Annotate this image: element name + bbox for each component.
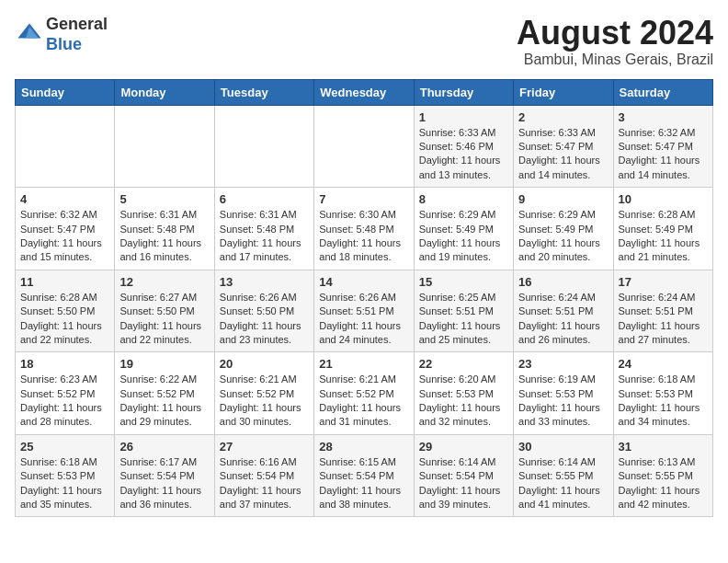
day-info: Daylight: 11 hours and 14 minutes.	[518, 154, 608, 182]
day-info: Sunrise: 6:32 AM	[20, 208, 109, 222]
header-cell-friday: Friday	[514, 79, 613, 105]
day-cell	[115, 105, 214, 188]
day-info: Sunset: 5:48 PM	[319, 223, 408, 236]
day-number: 3	[619, 110, 708, 124]
day-info: Sunset: 5:51 PM	[518, 304, 608, 318]
day-info: Sunrise: 6:27 AM	[119, 291, 209, 304]
day-info: Sunrise: 6:15 AM	[319, 455, 408, 469]
day-info: Sunset: 5:53 PM	[518, 387, 608, 401]
day-info: Sunrise: 6:30 AM	[319, 208, 408, 222]
day-info: Sunrise: 6:14 AM	[419, 455, 508, 469]
day-info: Daylight: 11 hours and 35 minutes.	[20, 484, 109, 512]
day-number: 30	[518, 440, 608, 454]
day-info: Daylight: 11 hours and 42 minutes.	[619, 484, 708, 512]
day-info: Sunset: 5:46 PM	[419, 140, 508, 154]
day-info: Sunrise: 6:33 AM	[419, 126, 508, 140]
day-cell: 13Sunrise: 6:26 AMSunset: 5:50 PMDayligh…	[214, 270, 313, 352]
day-info: Daylight: 11 hours and 17 minutes.	[220, 236, 309, 265]
day-info: Sunset: 5:51 PM	[619, 304, 708, 318]
day-info: Sunset: 5:53 PM	[20, 469, 109, 483]
day-number: 25	[20, 440, 109, 454]
day-info: Sunset: 5:50 PM	[220, 304, 309, 318]
day-number: 18	[20, 357, 109, 371]
day-cell: 17Sunrise: 6:24 AMSunset: 5:51 PMDayligh…	[613, 270, 712, 352]
day-info: Sunrise: 6:32 AM	[619, 126, 708, 140]
day-info: Sunset: 5:53 PM	[619, 387, 708, 401]
day-number: 1	[419, 110, 508, 124]
day-cell	[214, 105, 313, 188]
day-cell: 11Sunrise: 6:28 AMSunset: 5:50 PMDayligh…	[16, 270, 115, 352]
day-info: Sunset: 5:54 PM	[419, 469, 508, 483]
day-cell: 8Sunrise: 6:29 AMSunset: 5:49 PMDaylight…	[414, 188, 513, 270]
day-info: Sunset: 5:54 PM	[319, 469, 408, 483]
day-number: 12	[119, 275, 209, 289]
day-number: 4	[20, 192, 109, 206]
header-cell-thursday: Thursday	[414, 79, 513, 105]
day-info: Daylight: 11 hours and 26 minutes.	[518, 319, 608, 348]
day-cell: 21Sunrise: 6:21 AMSunset: 5:52 PMDayligh…	[314, 352, 414, 435]
day-info: Daylight: 11 hours and 19 minutes.	[419, 236, 508, 265]
day-info: Daylight: 11 hours and 22 minutes.	[119, 319, 209, 348]
day-cell	[314, 105, 414, 188]
week-row-4: 18Sunrise: 6:23 AMSunset: 5:52 PMDayligh…	[16, 352, 713, 435]
day-info: Daylight: 11 hours and 38 minutes.	[319, 484, 408, 512]
day-info: Sunrise: 6:29 AM	[518, 208, 608, 222]
day-number: 27	[220, 440, 309, 454]
day-cell: 12Sunrise: 6:27 AMSunset: 5:50 PMDayligh…	[115, 270, 214, 352]
day-info: Sunrise: 6:23 AM	[20, 373, 109, 386]
day-info: Sunrise: 6:24 AM	[518, 291, 608, 304]
day-cell: 27Sunrise: 6:16 AMSunset: 5:54 PMDayligh…	[214, 434, 313, 517]
day-info: Sunrise: 6:14 AM	[518, 455, 608, 469]
day-cell: 29Sunrise: 6:14 AMSunset: 5:54 PMDayligh…	[414, 434, 513, 517]
day-cell: 6Sunrise: 6:31 AMSunset: 5:48 PMDaylight…	[214, 188, 313, 270]
calendar-title: August 2024	[517, 15, 713, 52]
day-cell: 9Sunrise: 6:29 AMSunset: 5:49 PMDaylight…	[514, 188, 613, 270]
day-number: 14	[319, 275, 408, 289]
day-info: Sunset: 5:50 PM	[20, 304, 109, 318]
day-info: Daylight: 11 hours and 22 minutes.	[20, 319, 109, 348]
day-info: Sunset: 5:52 PM	[319, 387, 408, 401]
day-info: Sunset: 5:50 PM	[119, 304, 209, 318]
day-info: Daylight: 11 hours and 33 minutes.	[518, 401, 608, 430]
day-info: Sunset: 5:52 PM	[20, 387, 109, 401]
day-number: 26	[119, 440, 209, 454]
calendar-table: SundayMondayTuesdayWednesdayThursdayFrid…	[15, 79, 713, 518]
logo-blue: Blue	[46, 35, 82, 53]
day-info: Sunrise: 6:21 AM	[319, 373, 408, 386]
day-cell: 2Sunrise: 6:33 AMSunset: 5:47 PMDaylight…	[514, 105, 613, 188]
day-info: Daylight: 11 hours and 31 minutes.	[319, 401, 408, 430]
day-number: 5	[119, 192, 209, 206]
logo-general: General	[46, 15, 108, 33]
day-info: Sunrise: 6:33 AM	[518, 126, 608, 140]
day-cell: 15Sunrise: 6:25 AMSunset: 5:51 PMDayligh…	[414, 270, 513, 352]
day-cell	[16, 105, 115, 188]
day-number: 6	[220, 192, 309, 206]
day-cell: 7Sunrise: 6:30 AMSunset: 5:48 PMDaylight…	[314, 188, 414, 270]
day-info: Sunrise: 6:19 AM	[518, 373, 608, 386]
day-info: Daylight: 11 hours and 37 minutes.	[220, 484, 309, 512]
day-cell: 30Sunrise: 6:14 AMSunset: 5:55 PMDayligh…	[514, 434, 613, 517]
day-info: Sunrise: 6:20 AM	[419, 373, 508, 386]
page-container: General Blue August 2024 Bambui, Minas G…	[0, 0, 728, 526]
day-info: Sunrise: 6:25 AM	[419, 291, 508, 304]
day-cell: 20Sunrise: 6:21 AMSunset: 5:52 PMDayligh…	[214, 352, 313, 435]
week-row-1: 1Sunrise: 6:33 AMSunset: 5:46 PMDaylight…	[16, 105, 713, 188]
day-info: Sunrise: 6:29 AM	[419, 208, 508, 222]
day-number: 22	[419, 357, 508, 371]
day-info: Sunrise: 6:13 AM	[619, 455, 708, 469]
day-cell: 23Sunrise: 6:19 AMSunset: 5:53 PMDayligh…	[514, 352, 613, 435]
day-info: Sunset: 5:47 PM	[20, 223, 109, 236]
day-info: Sunrise: 6:18 AM	[619, 373, 708, 386]
day-number: 16	[518, 275, 608, 289]
header-cell-monday: Monday	[115, 79, 214, 105]
day-number: 19	[119, 357, 209, 371]
day-number: 10	[619, 192, 708, 206]
day-info: Daylight: 11 hours and 23 minutes.	[220, 319, 309, 348]
day-info: Sunset: 5:49 PM	[419, 223, 508, 236]
title-block: August 2024 Bambui, Minas Gerais, Brazil	[517, 15, 713, 68]
day-info: Daylight: 11 hours and 28 minutes.	[20, 401, 109, 430]
day-info: Sunset: 5:54 PM	[220, 469, 309, 483]
calendar-subtitle: Bambui, Minas Gerais, Brazil	[517, 52, 713, 68]
day-cell: 25Sunrise: 6:18 AMSunset: 5:53 PMDayligh…	[16, 434, 115, 517]
day-info: Sunrise: 6:18 AM	[20, 455, 109, 469]
